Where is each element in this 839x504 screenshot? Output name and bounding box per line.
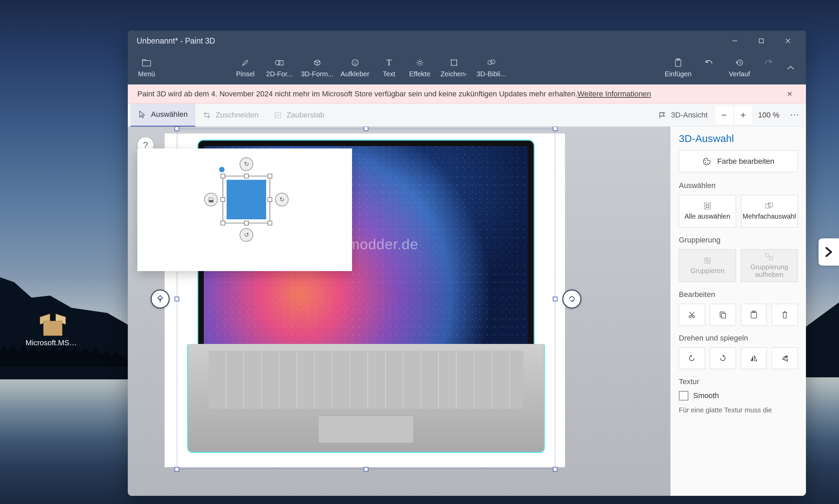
ribbon-history-button[interactable]: Verlauf (721, 52, 758, 83)
ribbon-label: Text (383, 70, 395, 78)
maximize-button[interactable] (748, 31, 775, 51)
texture-note: Für eine glatte Textur muss die (679, 405, 798, 415)
resize-handle-bl[interactable] (174, 467, 179, 472)
svg-rect-24 (675, 60, 681, 66)
tile-label: Gruppieren (690, 267, 724, 275)
resize-handle-rc[interactable] (553, 297, 558, 301)
paste-button[interactable] (741, 304, 767, 326)
ribbon-label: Verlauf (729, 70, 750, 78)
ungroup-icon (765, 253, 773, 261)
resize-handle-tl[interactable] (174, 127, 179, 131)
svg-rect-31 (704, 203, 711, 209)
panel-title: 3D-Auswahl (679, 133, 798, 144)
flip-vertical-button[interactable] (772, 347, 798, 369)
delete-button[interactable] (772, 304, 798, 326)
resize-handle-tc[interactable] (364, 127, 368, 131)
help-active-dot (219, 167, 225, 172)
copy-button[interactable] (710, 304, 736, 326)
properties-panel: 3D-Auswahl Farbe bearbeiten Auswählen Al… (670, 127, 806, 496)
ribbon-label: Aufkleber (340, 70, 369, 78)
desktop-icon-mspaint-package[interactable]: Microsoft.MSPaint_... (26, 313, 80, 347)
svg-rect-32 (706, 205, 709, 207)
svg-point-29 (705, 162, 706, 163)
tool-3d-view[interactable]: 3D-Ansicht (651, 104, 715, 127)
tile-label: Mehrfachauswahl (743, 212, 796, 220)
tool-label: Auswählen (151, 110, 188, 119)
select-all-button[interactable]: Alle auswählen (679, 195, 736, 227)
ribbon-paste-button[interactable]: Einfügen (659, 52, 697, 83)
package-icon (41, 313, 65, 336)
rotate-ccw-button[interactable] (679, 347, 705, 369)
ribbon-undo-button[interactable] (697, 52, 721, 83)
ribbon-stickers-button[interactable]: Aufkleber (336, 52, 374, 83)
ribbon-text-button[interactable]: T Text (374, 52, 405, 83)
svg-rect-33 (766, 204, 770, 208)
tool-label: Zuschneiden (216, 111, 259, 120)
folder-icon (142, 58, 151, 67)
select-all-icon (704, 202, 711, 210)
zoom-more-button[interactable]: ⋯ (785, 106, 803, 124)
svg-point-8 (353, 61, 354, 62)
tool-magic-select[interactable]: Zauberstab (266, 104, 332, 127)
zoom-out-button[interactable]: − (715, 106, 733, 124)
tool-label: Zauberstab (287, 111, 324, 120)
ribbon-menu-button[interactable]: Menü (131, 52, 162, 83)
resize-handle-tr[interactable] (553, 127, 558, 131)
section-select-label: Auswählen (679, 181, 798, 190)
zoom-in-button[interactable]: + (734, 106, 752, 124)
ribbon-collapse-button[interactable] (779, 52, 803, 83)
multi-select-button[interactable]: Mehrfachauswahl (741, 195, 798, 227)
flip-h-icon (750, 355, 758, 362)
right-edge-expand-button[interactable] (819, 238, 839, 266)
edit-color-button[interactable]: Farbe bearbeiten (679, 151, 798, 172)
help-demo-selection: ↻ ↺ ⬓ ↻ (223, 176, 270, 223)
effects-icon (416, 58, 424, 67)
group-button: Gruppieren (679, 249, 736, 282)
rotate-ccw-icon (688, 354, 696, 362)
ribbon-toolbar: Menü Pinsel 2D-For... 3D-Form... (128, 51, 806, 84)
cursor-icon (138, 110, 146, 119)
ribbon-3d-shapes-button[interactable]: 3D-Form... (298, 52, 336, 83)
smooth-checkbox[interactable] (679, 391, 688, 400)
titlebar[interactable]: Unbenannt* - Paint 3D (128, 31, 806, 51)
svg-rect-36 (706, 259, 708, 261)
canvas-viewport[interactable]: Deskmodder.de (128, 127, 670, 496)
rotate-handle-right[interactable] (562, 289, 581, 309)
section-edit-label: Bearbeiten (679, 290, 798, 299)
ribbon-redo-button[interactable] (758, 52, 779, 83)
ribbon-3d-library-button[interactable]: 3D-Bibli... (473, 52, 510, 83)
help-tip-popup: ↻ ↺ ⬓ ↻ (137, 148, 352, 271)
ribbon-brush-button[interactable]: Pinsel (230, 52, 261, 83)
ribbon-label: 3D-Form... (301, 70, 334, 78)
help-rotate-bottom-icon: ↺ (240, 228, 253, 242)
minimize-button[interactable] (721, 31, 748, 51)
close-button[interactable] (775, 31, 801, 51)
desktop-icon-label: Microsoft.MSPaint_... (26, 338, 80, 347)
ribbon-label (708, 70, 710, 78)
tool-label: 3D-Ansicht (671, 111, 708, 120)
banner-more-info-link[interactable]: Weitere Informationen (577, 90, 651, 98)
svg-point-7 (352, 60, 358, 66)
ribbon-2d-shapes-button[interactable]: 2D-For... (261, 52, 298, 83)
main-area: Deskmodder.de (128, 127, 806, 496)
scissors-icon (688, 311, 696, 318)
cut-button[interactable] (679, 304, 705, 326)
section-group-label: Gruppierung (679, 236, 798, 245)
tool-crop[interactable]: Zuschneiden (195, 104, 266, 127)
resize-handle-lc[interactable] (174, 297, 179, 301)
banner-close-button[interactable]: ✕ (783, 90, 796, 98)
ribbon-effects-button[interactable]: Effekte (405, 52, 435, 83)
ribbon-canvas-button[interactable]: Zeichen- (435, 52, 473, 83)
ribbon-label: Menü (138, 70, 155, 78)
section-rotate-label: Drehen und spiegeln (679, 334, 798, 343)
depth-handle-left[interactable] (151, 289, 170, 309)
tool-select[interactable]: Auswählen (131, 104, 195, 127)
help-rotate-top-icon: ↻ (240, 157, 253, 171)
resize-handle-bc[interactable] (364, 467, 368, 472)
tile-label: Gruppierung aufheben (741, 263, 798, 278)
shapes-2d-icon (275, 58, 284, 67)
flip-horizontal-button[interactable] (741, 347, 767, 369)
resize-handle-br[interactable] (553, 467, 558, 472)
rotate-cw-button[interactable] (710, 347, 736, 369)
history-icon (735, 58, 744, 67)
